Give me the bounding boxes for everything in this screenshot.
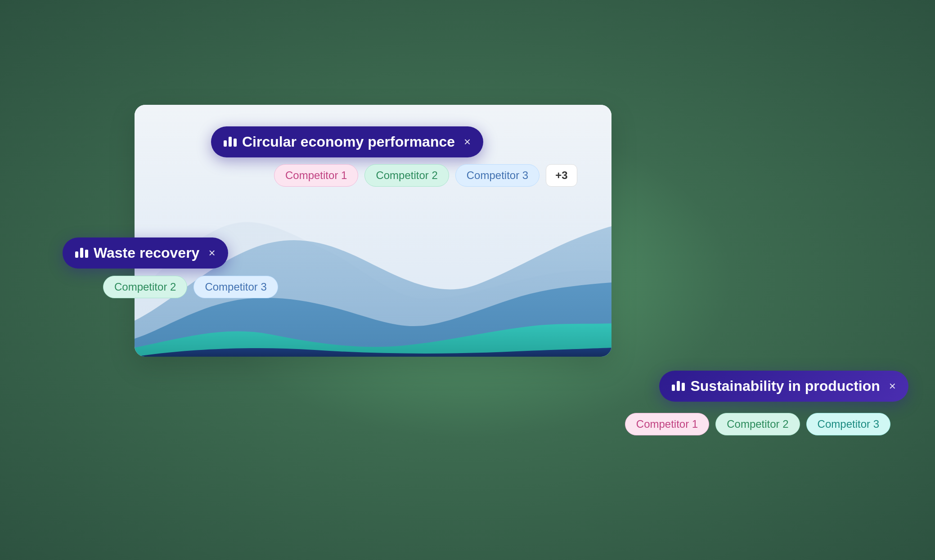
- circular-economy-close[interactable]: ×: [464, 135, 471, 149]
- chart-icon: [224, 137, 237, 147]
- sustainability-title: Sustainability in production: [690, 378, 880, 394]
- sustain-competitor2-tag[interactable]: Competitor 2: [715, 413, 800, 435]
- circular-competitor3-tag[interactable]: Competitor 3: [455, 164, 539, 187]
- waste-chart-icon: [75, 248, 88, 258]
- waste-competitor3-tag[interactable]: Competitor 3: [193, 276, 278, 298]
- sustain-competitor1-tag[interactable]: Competitor 1: [625, 413, 709, 435]
- circular-economy-tags: Competitor 1 Competitor 2 Competitor 3 +…: [274, 164, 577, 187]
- sustainability-close[interactable]: ×: [889, 379, 896, 393]
- waste-competitor2-tag[interactable]: Competitor 2: [103, 276, 187, 298]
- sustainability-tags: Competitor 1 Competitor 2 Competitor 3: [625, 413, 890, 435]
- circular-economy-pill[interactable]: Circular economy performance ×: [211, 126, 483, 157]
- sustainability-pill[interactable]: Sustainability in production ×: [659, 371, 908, 402]
- waste-recovery-tags: Competitor 2 Competitor 3: [103, 276, 278, 298]
- scene: Circular economy performance × Competito…: [63, 60, 872, 501]
- waste-recovery-pill[interactable]: Waste recovery ×: [63, 237, 228, 269]
- waste-recovery-close[interactable]: ×: [208, 246, 215, 260]
- circular-economy-title: Circular economy performance: [242, 134, 455, 150]
- circular-competitor2-tag[interactable]: Competitor 2: [364, 164, 449, 187]
- waste-recovery-title: Waste recovery: [94, 245, 199, 261]
- circular-competitor1-tag[interactable]: Competitor 1: [274, 164, 358, 187]
- circular-more-tag[interactable]: +3: [546, 164, 577, 187]
- sustain-competitor3-tag[interactable]: Competitor 3: [806, 413, 890, 435]
- sustain-chart-icon: [672, 381, 685, 391]
